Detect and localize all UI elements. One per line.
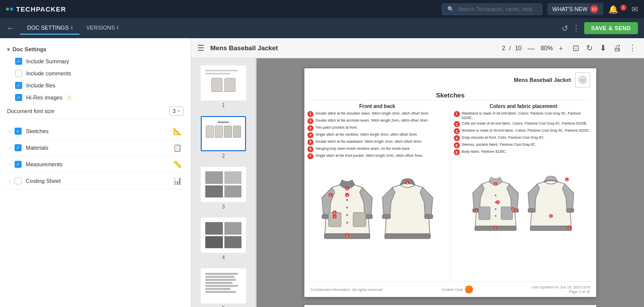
sketches-area: Front and back 1 Double stitch at the sh…: [304, 100, 596, 281]
search-input[interactable]: [457, 6, 537, 12]
color-jacket-back-svg: 1 6 1: [526, 163, 576, 241]
back-button[interactable]: ←: [6, 23, 15, 34]
hi-res-images-checkbox[interactable]: [15, 94, 22, 101]
include-comments-checkbox[interactable]: [15, 70, 22, 77]
footer-page: Page 2 of 10: [531, 289, 590, 294]
footer-confidential: Confidential Information. All rights res…: [310, 287, 383, 292]
costing-chevron-icon: ›: [9, 178, 11, 184]
navbar-right: 🔍 WHAT'S NEW 10 🔔 1 ✉: [442, 3, 638, 15]
doc-settings-section-header[interactable]: ▾ Doc Settings: [7, 43, 184, 55]
include-comments-label: Include comments: [26, 70, 71, 76]
sketches-checkbox[interactable]: [15, 128, 22, 135]
doc-settings-header-label: Doc Settings: [13, 46, 46, 52]
left-annotations: 1 Double stitch at the shoulder seam. St…: [307, 111, 447, 159]
page2-header-title: Mens Baseball Jacket: [514, 77, 571, 83]
footer-brand-name: Cuddle Club: [442, 287, 462, 292]
more-button[interactable]: ⋮: [627, 42, 638, 54]
search-icon: 🔍: [447, 6, 454, 13]
sketches-icon: 📐: [173, 127, 182, 135]
viewer-actions: ⊡ ↻ ⬇ 🖨 ⋮: [571, 42, 638, 54]
ann-text-2: Double stitch at the armhole seam. Stitc…: [315, 118, 429, 123]
ann-num-1: 1: [307, 111, 313, 117]
bell-icon[interactable]: 🔔 1: [608, 5, 626, 14]
save-send-button[interactable]: SAVE & SEND: [584, 22, 638, 34]
doc-view: Mens Baseball Jacket TP Sketches Front a…: [257, 58, 644, 307]
doc-page-2: Mens Baseball Jacket TP Sketches Front a…: [304, 68, 596, 297]
right-annotations: 1 Waistband is made of rib knit fabric. …: [454, 111, 594, 155]
svg-point-7: [346, 199, 348, 201]
svg-rect-48: [528, 209, 536, 212]
thumbnail-1[interactable]: 1: [199, 63, 248, 110]
svg-rect-23: [382, 215, 390, 219]
page2-section-title: Sketches: [310, 89, 590, 100]
section-item-measurements[interactable]: › Measurements 📏: [7, 156, 184, 173]
include-summary-checkbox[interactable]: [15, 58, 22, 65]
versions-info-icon: ℹ: [117, 25, 118, 30]
measurements-icon: 📏: [173, 160, 182, 168]
ann-num-7: 7: [307, 153, 313, 159]
jacket-front-svg: 1 2 3 4 5 7: [319, 167, 375, 248]
thumbnail-2[interactable]: Sketches 2: [199, 114, 248, 161]
font-size-value: 3: [173, 108, 176, 114]
font-size-control[interactable]: 3 ▾: [169, 107, 184, 116]
fit-page-button[interactable]: ⊡: [571, 42, 581, 54]
next-page-button[interactable]: +: [557, 43, 565, 53]
materials-checkbox[interactable]: [15, 144, 22, 151]
hamburger-icon[interactable]: ☰: [197, 43, 204, 53]
sketches-chevron-icon: ›: [9, 129, 11, 134]
ann-num-6: 6: [307, 146, 313, 152]
right-annotation-item: 1 Waistband is made of rib knit fabric. …: [454, 111, 594, 120]
more-options-icon[interactable]: ⋮: [572, 24, 580, 33]
annotation-item: 6 Hanging loop sewn inside neckline seam…: [307, 146, 447, 152]
font-size-chevron-icon: ▾: [178, 109, 180, 114]
svg-rect-6: [353, 213, 366, 227]
logo-dot-green: [6, 8, 9, 11]
prev-page-button[interactable]: —: [526, 43, 537, 53]
section-item-costing[interactable]: › Costing Sheet 📊: [7, 173, 184, 189]
search-bar[interactable]: 🔍: [442, 4, 542, 15]
measurements-checkbox[interactable]: [15, 161, 22, 168]
right-col-title: Colors and fabric placement: [454, 104, 594, 111]
refresh-icon[interactable]: ↺: [561, 24, 568, 33]
download-button[interactable]: ⬇: [598, 42, 608, 54]
include-files-item: Include files: [7, 79, 184, 91]
chevron-down-icon: ▾: [7, 47, 10, 52]
costing-checkbox[interactable]: [15, 177, 22, 184]
font-size-label: Document font size: [7, 108, 54, 114]
footer-brand: Cuddle Club: [442, 285, 472, 293]
divider: [13, 119, 178, 119]
include-files-checkbox[interactable]: [15, 82, 22, 89]
tab-doc-settings[interactable]: DOC SETTINGS ℹ: [20, 22, 79, 35]
thumbnail-3[interactable]: 3: [199, 165, 248, 212]
sketches-right: Colors and fabric placement 1 Waistband …: [451, 100, 597, 281]
page2-footer: Confidential Information. All rights res…: [304, 281, 596, 297]
thumbnail-4[interactable]: 4: [199, 216, 248, 262]
include-comments-item: Include comments: [7, 67, 184, 79]
thumb-content-5: [203, 271, 244, 301]
materials-label: Materials: [26, 145, 48, 151]
print-button[interactable]: 🖨: [612, 42, 623, 54]
measurements-chevron-icon: ›: [9, 162, 11, 167]
total-pages: 10: [515, 45, 521, 52]
footer-right: Last Updated on Jun 19, 2023 10:6 Page 2…: [531, 285, 590, 294]
ann-text-4: Single stitch at the neckline. Stitch le…: [315, 132, 418, 137]
ann-text-5: Double stitch at the waistband. Stitch l…: [315, 139, 422, 144]
tab-versions[interactable]: VERSIONS ℹ: [79, 22, 126, 35]
doc-settings-label: DOC SETTINGS: [27, 25, 69, 31]
svg-rect-24: [425, 215, 433, 219]
secondary-toolbar: ← DOC SETTINGS ℹ VERSIONS ℹ ↺ ⋮ SAVE & S…: [0, 18, 644, 38]
svg-point-10: [346, 222, 348, 224]
logo: TECHPACKER: [6, 6, 66, 13]
sidebar: ▾ Doc Settings Include Summary Include c…: [0, 38, 191, 307]
whats-new-button[interactable]: WHAT'S NEW 10: [547, 3, 603, 15]
ann-num-2: 2: [307, 118, 313, 124]
rotate-button[interactable]: ↻: [585, 42, 594, 54]
thumb-img-wrap-3: [201, 167, 246, 202]
thumbnail-5[interactable]: 5: [199, 266, 248, 307]
svg-rect-32: [479, 207, 491, 220]
inbox-icon[interactable]: ✉: [631, 5, 638, 14]
section-item-sketches[interactable]: › Sketches 📐: [7, 123, 184, 140]
section-item-materials[interactable]: › Materials 📋: [7, 140, 184, 156]
page-separator: /: [509, 45, 511, 52]
svg-text:3: 3: [334, 212, 335, 215]
